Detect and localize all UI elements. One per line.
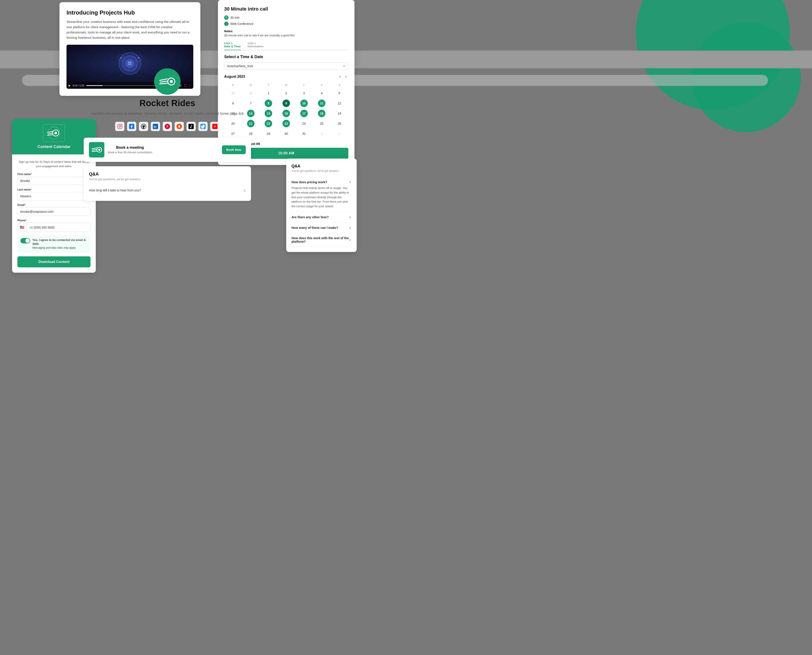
cal-day[interactable]: 2: [282, 89, 290, 97]
first-name-label: First name*: [17, 173, 91, 176]
social-icons: in P: [84, 122, 251, 131]
svg-line-43: [92, 151, 97, 152]
form-card-body: Sign up now for 31 Days of content ideas…: [12, 154, 96, 273]
cal-day-16[interactable]: 16: [282, 110, 290, 117]
svg-point-34: [180, 126, 180, 127]
qa-collapsed-question-2: How many of these can I make?: [292, 226, 338, 229]
cal-day[interactable]: 19: [336, 110, 343, 117]
reddit-icon[interactable]: [175, 122, 184, 131]
cal-day[interactable]: 3: [300, 89, 308, 97]
pinterest-icon[interactable]: P: [163, 122, 172, 131]
qa-collapsed-1[interactable]: Are there any other fees? ∨: [292, 212, 352, 223]
youtube-icon[interactable]: [210, 122, 220, 131]
tiktok-icon[interactable]: [186, 122, 196, 131]
qa-collapsed-2[interactable]: How many of these can I make? ∨: [292, 223, 352, 233]
phone-input[interactable]: [27, 223, 90, 231]
cal-day[interactable]: 31: [300, 130, 308, 137]
booking-notes: Notes: 30-minute intro call to see if we…: [224, 29, 348, 37]
cal-day[interactable]: 29: [265, 130, 272, 137]
cal-day[interactable]: 26: [336, 120, 343, 127]
clock-icon: ⏱: [224, 15, 229, 20]
svg-line-14: [48, 135, 53, 135]
last-name-input[interactable]: [17, 192, 91, 200]
step-1-tab[interactable]: STEP 1 Date & Time: [224, 40, 241, 50]
cal-day[interactable]: 30: [282, 130, 290, 137]
profile-description: Combine the powers of meetings, dynamic …: [84, 111, 251, 117]
svg-rect-9: [120, 57, 122, 59]
video-timestamp: 0:14 / 1:23: [73, 84, 84, 87]
cal-day-10[interactable]: 10: [300, 100, 308, 107]
cal-day[interactable]: 4: [318, 89, 325, 97]
toggle-text: Yes, I agree to be contacted via email &…: [32, 238, 87, 250]
step-2-tab[interactable]: STEP 2 Information: [248, 40, 264, 50]
cal-day-9-selected[interactable]: 9: [282, 100, 290, 107]
booking-duration: 30 min: [230, 16, 239, 19]
cal-day-11[interactable]: 11: [318, 100, 325, 107]
notes-label: Notes:: [224, 29, 348, 33]
step2-label: STEP 2: [248, 42, 264, 45]
projects-hub-description: Streamline your creative business with e…: [66, 19, 193, 40]
booking-duration-row: ⏱ 30 min: [224, 15, 348, 20]
cal-day[interactable]: 25: [318, 120, 325, 127]
qa-main-item-1[interactable]: How long will it take to hear from you? …: [89, 185, 246, 195]
last-name-label: Last name*: [17, 188, 91, 191]
cal-day[interactable]: 12: [336, 100, 343, 107]
cal-day[interactable]: 1: [318, 130, 325, 137]
cal-day[interactable]: 24: [300, 120, 308, 127]
cal-day-18[interactable]: 18: [318, 110, 325, 117]
booking-location-row: 📍 Web Conference: [224, 22, 348, 26]
qa-chevron-collapsed-3: ∨: [349, 238, 352, 242]
qa-collapsed-3[interactable]: How does this work with the rest of the …: [292, 233, 352, 247]
qa-expanded-chevron: ∨: [349, 180, 352, 184]
calendar-prev-button[interactable]: ‹: [338, 73, 342, 80]
svg-rect-10: [138, 57, 140, 59]
book-meeting-description: Book a free 30-minute consultation: [108, 151, 152, 154]
qa-expanded-header[interactable]: How does pricing work? ∨: [292, 180, 352, 184]
twitter-icon[interactable]: [198, 122, 208, 131]
facebook-icon[interactable]: [127, 122, 136, 131]
brand-logo: [43, 124, 65, 142]
book-now-button[interactable]: Book Now: [222, 145, 246, 154]
svg-line-17: [160, 79, 167, 80]
form-card-title: Content Calendar: [37, 145, 71, 149]
svg-text:P: P: [166, 125, 169, 128]
cal-day-22[interactable]: 22: [265, 120, 272, 127]
qa-chevron-collapsed-2: ∨: [349, 226, 352, 230]
instagram-icon[interactable]: [115, 122, 124, 131]
first-name-group: First name*: [17, 173, 91, 185]
cal-day[interactable]: 1: [265, 89, 272, 97]
download-content-button[interactable]: Download Content: [17, 256, 91, 268]
day-header-tue: T: [259, 82, 278, 88]
svg-rect-5: [128, 63, 129, 65]
email-input[interactable]: [17, 208, 91, 216]
form-card-header: Content Calendar: [12, 119, 96, 154]
calendar-next-button[interactable]: ›: [344, 73, 348, 80]
svg-line-18: [160, 81, 167, 82]
main-qa-section: Q&A You've got questions, we've got answ…: [84, 166, 251, 201]
play-icon[interactable]: ▶: [69, 84, 71, 87]
svg-rect-6: [130, 63, 131, 65]
notes-text: 30-minute intro call to see if we are mu…: [224, 34, 348, 37]
consent-toggle[interactable]: [20, 238, 30, 243]
phone-flag-icon: 🇺🇸: [18, 223, 27, 232]
profile-section: Rocket Rides Combine the powers of meeti…: [84, 68, 251, 201]
first-name-input[interactable]: [17, 177, 91, 185]
cal-day[interactable]: 2: [336, 130, 343, 137]
phone-label: Phone*: [17, 219, 91, 222]
cal-day-15[interactable]: 15: [265, 110, 272, 117]
github-icon[interactable]: [139, 122, 148, 131]
qa-expanded-item: How does pricing work? ∨ Projects Hub ma…: [292, 177, 352, 212]
day-header-wed: W: [278, 82, 295, 88]
content-calendar-form-card: Content Calendar Sign up now for 31 Days…: [12, 119, 96, 273]
profile-name: Rocket Rides: [84, 98, 251, 108]
step-tabs: STEP 1 Date & Time STEP 2 Information: [224, 40, 348, 50]
day-header-thu: T: [295, 82, 313, 88]
cal-day-8[interactable]: 8: [265, 100, 272, 107]
step1-name: Date & Time: [224, 45, 241, 48]
cal-day[interactable]: 5: [336, 89, 343, 97]
cal-day-23[interactable]: 23: [282, 120, 290, 127]
projects-hub-title: Introducing Projects Hub: [66, 9, 193, 16]
phone-input-wrapper: 🇺🇸: [17, 223, 91, 232]
linkedin-icon[interactable]: in: [151, 122, 160, 131]
cal-day-17[interactable]: 17: [300, 110, 308, 117]
